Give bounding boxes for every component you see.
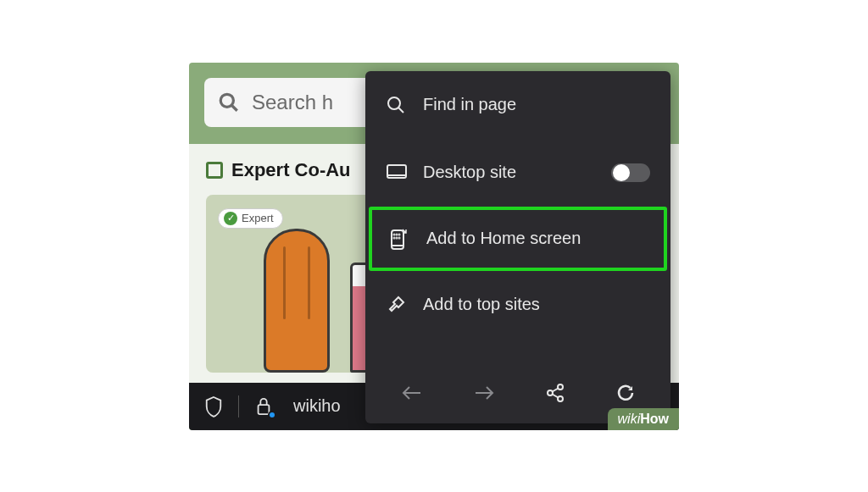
menu-label: Find in page [423, 95, 650, 114]
svg-line-18 [552, 388, 558, 391]
reload-icon[interactable] [615, 383, 636, 403]
expert-badge-label: Expert [242, 212, 274, 224]
notification-dot [268, 411, 276, 419]
svg-line-19 [552, 394, 558, 397]
overflow-menu: Find in page Desktop site [365, 71, 670, 423]
svg-point-17 [558, 396, 563, 401]
svg-point-9 [394, 234, 395, 235]
menu-label: Desktop site [423, 163, 611, 182]
watermark-prefix: wiki [618, 412, 641, 426]
menu-add-to-home-screen[interactable]: Add to Home screen [369, 207, 667, 271]
watermark-suffix: How [640, 412, 669, 426]
url-text[interactable]: wikiho [293, 396, 341, 416]
expert-badge: ✓ Expert [218, 208, 283, 229]
search-icon [218, 91, 240, 113]
svg-point-12 [394, 237, 395, 238]
section-title: Expert Co-Au [231, 159, 351, 181]
menu-find-in-page[interactable]: Find in page [365, 71, 670, 139]
svg-point-11 [399, 234, 400, 235]
menu-label: Add to Home screen [426, 229, 647, 248]
check-icon: ✓ [224, 212, 237, 225]
svg-point-15 [548, 390, 553, 395]
search-icon [386, 95, 423, 115]
svg-point-13 [397, 237, 398, 238]
screenshot-frame: Search h Expert Co-Au ✓ Expert [189, 63, 679, 430]
svg-point-10 [397, 234, 398, 235]
svg-point-16 [558, 384, 563, 390]
desktop-toggle[interactable] [611, 163, 650, 182]
svg-line-4 [398, 108, 403, 113]
share-icon[interactable] [545, 383, 565, 403]
back-icon[interactable] [401, 384, 423, 402]
shield-icon[interactable] [204, 395, 223, 417]
pin-icon [386, 295, 423, 315]
svg-point-3 [388, 97, 400, 109]
svg-point-14 [399, 237, 400, 238]
menu-desktop-site[interactable]: Desktop site [365, 139, 670, 207]
desktop-icon [386, 163, 423, 182]
lock-icon[interactable] [254, 395, 273, 417]
svg-point-0 [220, 94, 233, 107]
forward-icon[interactable] [473, 384, 495, 402]
menu-add-to-top-sites[interactable]: Add to top sites [365, 271, 670, 339]
add-home-icon [389, 227, 426, 251]
search-placeholder: Search h [252, 91, 333, 114]
menu-label: Add to top sites [423, 295, 650, 314]
divider [238, 395, 239, 417]
bookmark-icon [206, 162, 223, 179]
svg-line-1 [231, 105, 237, 111]
popsicle-illustration [264, 229, 330, 373]
wikihow-watermark: wikiHow [608, 408, 679, 430]
